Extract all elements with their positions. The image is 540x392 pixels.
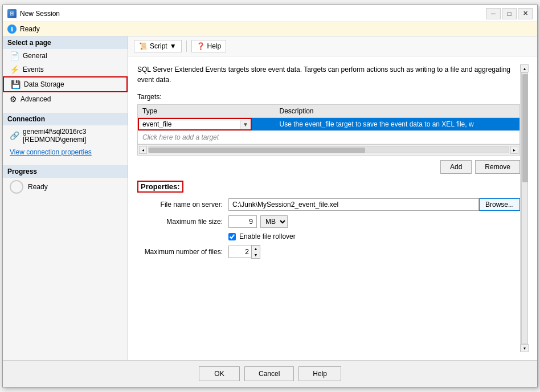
sidebar-label-advanced: Advanced bbox=[21, 95, 51, 103]
properties-section: Properties: File name on server: Browse.… bbox=[137, 181, 520, 259]
select-page-header: Select a page bbox=[3, 36, 128, 49]
file-name-label: File name on server: bbox=[137, 201, 228, 209]
help-footer-button[interactable]: Help bbox=[298, 366, 341, 381]
progress-status: Ready bbox=[28, 183, 48, 191]
page-icon: 📄 bbox=[10, 51, 19, 60]
connection-details: genemi4f\sql2016rc3 [REDMOND\genemi] bbox=[23, 128, 86, 144]
progress-header: Progress bbox=[3, 165, 128, 178]
browse-button[interactable]: Browse... bbox=[479, 198, 520, 211]
enable-rollover-label: Enable file rollover bbox=[239, 232, 296, 240]
enable-rollover-row: Enable file rollover bbox=[137, 232, 520, 240]
max-file-size-row: Maximum file size: MB GB TB bbox=[137, 215, 520, 228]
size-unit-select[interactable]: MB GB TB bbox=[260, 215, 288, 228]
footer-buttons: OK Cancel Help bbox=[3, 360, 537, 387]
scroll-thumb bbox=[149, 148, 365, 153]
sidebar-item-data-storage[interactable]: 💾 Data Storage bbox=[3, 76, 128, 92]
add-button[interactable]: Add bbox=[440, 160, 472, 174]
right-scrollbar: ▴ ▾ bbox=[520, 64, 528, 352]
status-text: Ready bbox=[20, 25, 40, 33]
horizontal-scroll: ◂ ▸ bbox=[139, 146, 518, 154]
add-target-row[interactable]: Click here to add a target bbox=[138, 131, 519, 144]
scrollbar-track-vertical bbox=[521, 72, 528, 344]
size-row: MB GB TB bbox=[228, 215, 288, 228]
targets-table: Type Description event_file ▼ bbox=[138, 105, 519, 144]
sidebar-label-events: Events bbox=[23, 66, 44, 74]
max-files-input[interactable] bbox=[228, 246, 251, 258]
help-button[interactable]: ❓ Help bbox=[191, 40, 227, 52]
enable-rollover-checkbox[interactable] bbox=[228, 233, 236, 240]
scroll-left-button[interactable]: ◂ bbox=[139, 146, 147, 154]
connection-icon: 🔗 bbox=[10, 131, 19, 140]
type-dropdown-text: event_file bbox=[139, 119, 240, 129]
status-bar: ℹ Ready bbox=[3, 22, 537, 36]
progress-spinner bbox=[10, 180, 23, 194]
scroll-track bbox=[148, 146, 509, 153]
max-file-size-input[interactable] bbox=[228, 215, 257, 228]
targets-table-wrapper: Type Description event_file ▼ bbox=[137, 104, 520, 156]
window-title: New Session bbox=[20, 10, 60, 18]
scroll-up-button[interactable]: ▴ bbox=[521, 64, 529, 72]
help-label: Help bbox=[207, 42, 222, 50]
ok-button[interactable]: OK bbox=[199, 366, 240, 381]
max-files-label: Maximum number of files: bbox=[137, 248, 228, 256]
advanced-icon: ⚙ bbox=[10, 95, 17, 104]
connection-header: Connection bbox=[3, 113, 128, 125]
title-bar-controls: ─ □ ✕ bbox=[486, 8, 533, 19]
spinbox-down-button[interactable]: ▼ bbox=[252, 252, 260, 258]
description-text: SQL Server Extended Events targets store… bbox=[137, 64, 520, 85]
connection-info: 🔗 genemi4f\sql2016rc3 [REDMOND\genemi] bbox=[3, 125, 128, 146]
connection-user: [REDMOND\genemi] bbox=[23, 136, 86, 144]
spinbox-buttons: ▲ ▼ bbox=[251, 245, 260, 259]
properties-label: Properties: bbox=[137, 181, 183, 193]
main-area: Select a page 📄 General ⚡ Events 💾 Data … bbox=[3, 36, 537, 360]
max-file-size-label: Maximum file size: bbox=[137, 218, 228, 226]
title-bar: ⊞ New Session ─ □ ✕ bbox=[3, 5, 537, 22]
maximize-button[interactable]: □ bbox=[502, 8, 517, 19]
max-files-spinbox: ▲ ▼ bbox=[228, 245, 260, 259]
col-header-type: Type bbox=[138, 105, 275, 118]
script-label: Script bbox=[150, 42, 167, 50]
progress-item: Ready bbox=[3, 178, 128, 196]
table-buttons: Add Remove bbox=[137, 160, 520, 174]
toolbar: 📜 Script ▼ ❓ Help bbox=[128, 36, 537, 56]
file-name-input[interactable] bbox=[228, 198, 479, 211]
help-icon: ❓ bbox=[197, 42, 205, 50]
cancel-button[interactable]: Cancel bbox=[244, 366, 294, 381]
targets-label: Targets: bbox=[137, 93, 520, 101]
max-files-row: Maximum number of files: ▲ ▼ bbox=[137, 245, 520, 259]
events-icon: ⚡ bbox=[10, 65, 19, 74]
sidebar-label-data-storage: Data Storage bbox=[24, 80, 64, 88]
scroll-down-button[interactable]: ▾ bbox=[521, 344, 529, 352]
sidebar-item-general[interactable]: 📄 General bbox=[3, 49, 128, 63]
sidebar-item-events[interactable]: ⚡ Events bbox=[3, 63, 128, 76]
sidebar-label-general: General bbox=[23, 52, 47, 60]
scroll-right-button[interactable]: ▸ bbox=[510, 146, 518, 154]
minimize-button[interactable]: ─ bbox=[486, 8, 501, 19]
script-dropdown-icon: ▼ bbox=[170, 42, 177, 50]
close-button[interactable]: ✕ bbox=[518, 8, 533, 19]
scrollbar-thumb-vertical bbox=[522, 74, 528, 182]
view-connection-link[interactable]: View connection properties bbox=[3, 146, 128, 158]
status-icon: ℹ bbox=[7, 24, 17, 34]
sidebar-item-advanced[interactable]: ⚙ Advanced bbox=[3, 92, 128, 106]
storage-icon: 💾 bbox=[11, 80, 21, 89]
toolbar-separator bbox=[186, 40, 187, 52]
content-body: SQL Server Extended Events targets store… bbox=[128, 56, 537, 360]
add-target-text: Click here to add a target bbox=[138, 131, 519, 144]
col-header-description: Description bbox=[275, 105, 519, 118]
window-icon: ⊞ bbox=[7, 9, 17, 18]
type-dropdown[interactable]: event_file ▼ bbox=[138, 118, 252, 130]
file-name-input-group: Browse... bbox=[228, 198, 520, 211]
content-area: 📜 Script ▼ ❓ Help SQL Server Extended Ev… bbox=[128, 36, 537, 360]
horizontal-scroll-area: ◂ ▸ bbox=[138, 144, 519, 155]
table-row[interactable]: event_file ▼ Use the event_file target t… bbox=[138, 118, 519, 131]
type-dropdown-arrow[interactable]: ▼ bbox=[240, 120, 251, 129]
connection-section: Connection 🔗 genemi4f\sql2016rc3 [REDMON… bbox=[3, 113, 128, 158]
table-header-row: Type Description bbox=[138, 105, 519, 118]
script-button[interactable]: 📜 Script ▼ bbox=[134, 40, 182, 52]
remove-button[interactable]: Remove bbox=[475, 160, 520, 174]
type-cell: event_file ▼ bbox=[138, 118, 275, 131]
content-main: SQL Server Extended Events targets store… bbox=[137, 64, 520, 352]
spinbox-up-button[interactable]: ▲ bbox=[252, 246, 260, 252]
description-cell: Use the event_file target to save the ev… bbox=[275, 118, 519, 131]
